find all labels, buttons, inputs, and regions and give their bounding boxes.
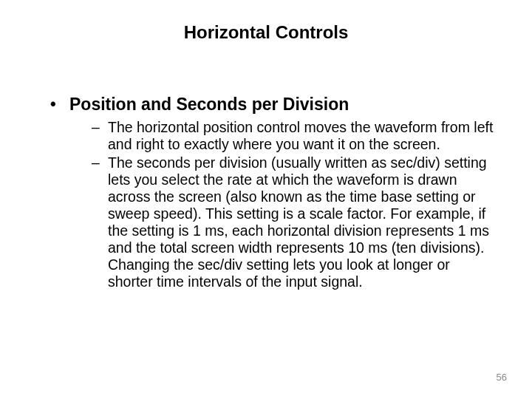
- bullet-1-heading: Position and Seconds per Division: [69, 95, 349, 114]
- sub-bullet-2: The seconds per division (usually writte…: [92, 154, 495, 290]
- bullet-item-1: Position and Seconds per Division The ho…: [50, 95, 495, 290]
- bullet-list-level2: The horizontal position control moves th…: [69, 119, 495, 290]
- bullet-list-level1: Position and Seconds per Division The ho…: [37, 95, 495, 290]
- slide-title: Horizontal Controls: [37, 22, 495, 43]
- page-number: 56: [497, 372, 507, 383]
- sub-bullet-1: The horizontal position control moves th…: [92, 119, 495, 153]
